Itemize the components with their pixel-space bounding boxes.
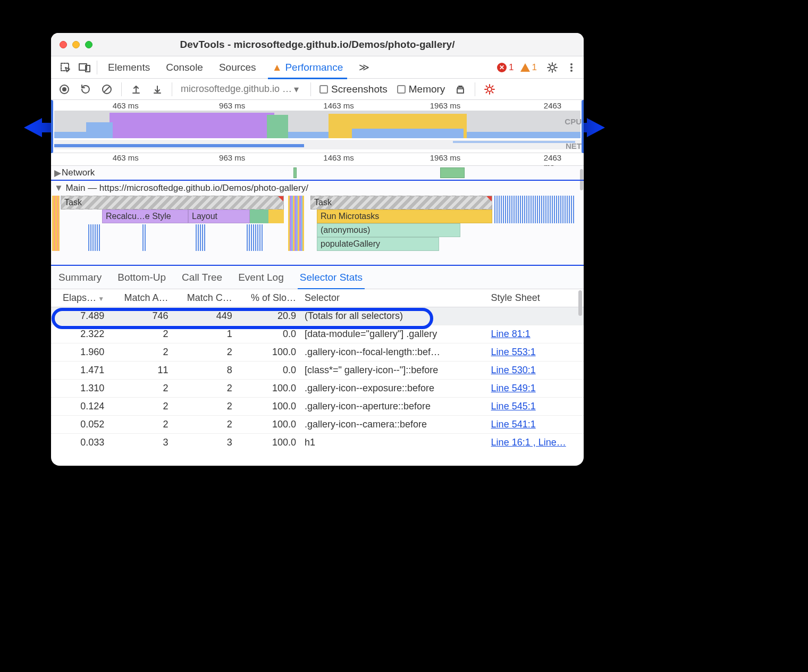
separator	[97, 61, 97, 74]
cell: .gallery-icon--focal-length::bef…	[301, 343, 488, 362]
table-row[interactable]: 1.4711180.0[class*=" gallery-icon--"]::b…	[51, 362, 584, 380]
flamechart-tracks[interactable]: ▶ Network ▼ Main — https://microsoftedge…	[51, 166, 584, 266]
table-row[interactable]: 2.322210.0[data-module="gallery"] .galle…	[51, 325, 584, 343]
overview-handle-right[interactable]	[582, 100, 584, 153]
main-thread-track[interactable]: ▼ Main — https://microsoftedge.github.io…	[51, 180, 584, 254]
reload-record-icon[interactable]	[77, 80, 95, 98]
col-selector[interactable]: Selector	[301, 289, 488, 307]
errors-count: 1	[509, 62, 514, 73]
col-matchc-label: Match C…	[187, 292, 232, 303]
tab-performance[interactable]: ▲ Performance	[265, 56, 351, 79]
record-button-icon[interactable]	[55, 80, 73, 98]
tab-bottom-up[interactable]: Bottom-Up	[117, 266, 166, 289]
stylesheet-link[interactable]: Line 16:1 , Line…	[491, 437, 566, 448]
tab-call-tree[interactable]: Call Tree	[182, 266, 222, 289]
mixed-activity-bar[interactable]	[250, 209, 284, 223]
col-elapsed[interactable]: Elaps…	[51, 289, 110, 307]
table-row[interactable]: 1.96022100.0.gallery-icon--focal-length:…	[51, 343, 584, 362]
tab-console[interactable]: Console	[158, 56, 211, 79]
cell: Line 553:1	[488, 343, 584, 362]
more-tabs-button[interactable]: ≫	[351, 56, 377, 79]
tab-elements[interactable]: Elements	[100, 56, 157, 79]
stylesheet-link[interactable]: Line 549:1	[491, 383, 536, 393]
populate-gallery-bar[interactable]: populateGallery	[317, 237, 439, 251]
download-icon[interactable]	[148, 80, 166, 98]
tab-selectorstats-label: Selector Stats	[300, 272, 363, 283]
col-match-attempts[interactable]: Match A…	[110, 289, 173, 307]
stylesheet-link[interactable]: Line 530:1	[491, 365, 536, 375]
tab-sources[interactable]: Sources	[212, 56, 264, 79]
run-microtasks-bar[interactable]: Run Microtasks	[317, 209, 492, 223]
tab-summary[interactable]: Summary	[58, 266, 102, 289]
warnings-count: 1	[532, 62, 537, 73]
inspect-element-icon[interactable]	[56, 58, 74, 77]
tab-selector-stats[interactable]: Selector Stats	[300, 266, 363, 289]
cell: 100.0	[238, 416, 301, 434]
cell: 2	[110, 325, 173, 343]
col-stylesheet[interactable]: Style Sheet	[488, 289, 584, 307]
tab-event-log[interactable]: Event Log	[238, 266, 284, 289]
svg-point-6	[570, 70, 573, 72]
network-event[interactable]	[293, 167, 297, 178]
scrollbar[interactable]	[578, 290, 582, 316]
main-track-label: Main — https://microsoftedge.github.io/D…	[66, 183, 308, 193]
warnings-badge[interactable]: 1	[520, 62, 537, 73]
stylesheet-link[interactable]: Line 81:1	[491, 329, 531, 339]
cell: 2	[110, 380, 173, 398]
checkbox-icon	[319, 85, 328, 94]
cell: 0.0	[238, 325, 301, 343]
col-elapsed-label: Elaps…	[63, 292, 96, 303]
upload-icon[interactable]	[127, 80, 145, 98]
fine-activity	[288, 196, 304, 251]
window-title: DevTools - microsoftedge.github.io/Demos…	[51, 39, 584, 51]
recalc-style-bar[interactable]: Recalcu…e Style	[102, 209, 188, 223]
capture-settings-gear-icon[interactable]	[481, 80, 499, 98]
recording-target-dropdown[interactable]: microsoftedge.github.io … ▾	[178, 83, 305, 95]
cell: 2	[173, 416, 237, 434]
task-bar[interactable]: Task	[310, 196, 492, 209]
task-label: Task	[314, 198, 332, 207]
table-row[interactable]: 0.03333100.0h1Line 16:1 , Line…	[51, 434, 584, 452]
clear-icon[interactable]	[98, 80, 116, 98]
main-track-header[interactable]: ▼ Main — https://microsoftedge.github.io…	[51, 181, 584, 196]
cell: Line 16:1 , Line…	[488, 434, 584, 452]
tab-eventlog-label: Event Log	[238, 272, 284, 283]
microtasks-label: Run Microtasks	[321, 212, 379, 221]
overview-handle-left[interactable]	[51, 100, 53, 153]
col-slow-percent[interactable]: % of Slo…	[238, 289, 301, 307]
screenshots-checkbox[interactable]: Screenshots	[319, 83, 388, 95]
svg-point-8	[62, 87, 66, 91]
collect-garbage-icon[interactable]	[451, 80, 469, 98]
tab-console-label: Console	[166, 62, 203, 73]
table-row[interactable]: 1.31022100.0.gallery-icon--exposure::bef…	[51, 380, 584, 398]
table-row[interactable]: 0.12422100.0.gallery-icon--aperture::bef…	[51, 398, 584, 416]
table-row[interactable]: 7.48974644920.9(Totals for all selectors…	[51, 307, 584, 325]
task-bar[interactable]: Task	[61, 196, 284, 209]
col-match-count[interactable]: Match C…	[173, 289, 237, 307]
errors-badge[interactable]: ✕ 1	[497, 62, 514, 73]
timeline-overview[interactable]: 463 ms 963 ms 1463 ms 1963 ms 2463 ms CP…	[51, 100, 584, 153]
device-toolbar-icon[interactable]	[75, 58, 94, 77]
stylesheet-link[interactable]: Line 545:1	[491, 401, 536, 411]
cell: 0.124	[51, 398, 110, 416]
anonymous-bar[interactable]: (anonymous)	[317, 223, 460, 237]
layout-bar[interactable]: Layout	[188, 209, 250, 223]
devtools-window: DevTools - microsoftedge.github.io/Demos…	[51, 33, 584, 466]
fine-activity	[52, 196, 60, 251]
cell: 1.310	[51, 380, 110, 398]
detail-ruler: 463 ms 963 ms 1463 ms 1963 ms 2463 ms	[51, 153, 584, 166]
settings-gear-icon[interactable]	[543, 58, 561, 77]
network-track-header[interactable]: ▶ Network	[51, 166, 584, 180]
more-options-icon[interactable]	[562, 58, 580, 77]
cell: 2	[110, 398, 173, 416]
stylesheet-link[interactable]: Line 553:1	[491, 347, 536, 357]
chevron-down-icon: ▾	[294, 83, 299, 95]
table-row[interactable]: 0.05222100.0.gallery-icon--camera::befor…	[51, 416, 584, 434]
tab-calltree-label: Call Tree	[182, 272, 222, 283]
tick-label: 963 ms	[219, 101, 245, 110]
stylesheet-link[interactable]: Line 541:1	[491, 419, 536, 430]
cell: 100.0	[238, 343, 301, 362]
network-event[interactable]	[440, 167, 465, 178]
memory-checkbox[interactable]: Memory	[397, 83, 445, 95]
cell: 100.0	[238, 434, 301, 452]
